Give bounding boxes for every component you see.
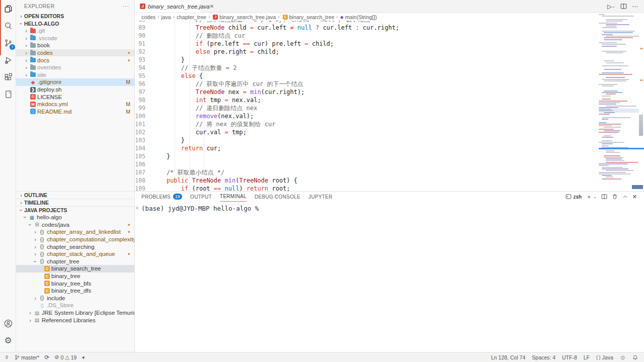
code-line-106[interactable]: 106 [135,160,599,168]
breadcrumb-item[interactable]: ◆main(String[]) [340,14,377,20]
workspace-root-header[interactable]: › HELLO-ALGO [16,20,134,27]
split-terminal-icon[interactable] [601,194,607,200]
tree-item--gitignore[interactable]: ◆.gitignoreM [16,78,134,86]
code-line-104[interactable]: 104 return cur; [135,144,599,152]
tree-item-chapter-computational-complexity[interactable]: ›{}chapter_computational_complexity● [16,236,134,243]
code-line-103[interactable]: 103 } [135,136,599,144]
tree-item-site[interactable]: ›site [16,71,134,79]
shell-selector[interactable]: zsh [566,194,582,200]
panel-tab-jupyter[interactable]: JUPYTER [308,192,333,202]
code-line-100[interactable]: 100 remove(nex.val); [135,112,599,120]
minimap[interactable] [599,14,639,191]
new-terminal-icon[interactable]: ＋⌄ [586,193,597,201]
eol-setting[interactable]: LF [584,354,590,360]
tree-item-chapter-array-and-linkedlist[interactable]: ›{}chapter_array_and_linkedlist● [16,228,134,236]
tree-item-mkdocs-yml[interactable]: Mmkdocs.ymlM [16,101,134,108]
account-icon[interactable] [0,315,16,332]
open-editors-header[interactable]: › OPEN EDITORS [16,12,134,20]
run-button[interactable]: ▷⌄ [607,3,615,10]
breadcrumb-item[interactable]: chapter_tree [177,14,206,20]
remote-indicator[interactable] [4,354,10,360]
tree-item-binary-search-tree[interactable]: Cbinary_search_tree [16,265,134,273]
outline-header[interactable]: › OUTLINE [16,191,134,199]
tree-item-hello-algo[interactable]: ›▦hello-algo [16,214,134,221]
code-line-97[interactable]: 97 TreeNode nex = min(cur.right); [135,88,599,96]
code-area[interactable]: 88 // 当子结点数量 = 0 / 1 时， child = null / 该… [135,21,599,191]
tree-item--git[interactable]: ›.git [16,27,134,35]
language-mode[interactable]: { } Java [596,354,613,360]
tree-item-binary-tree[interactable]: Cbinary_tree [16,273,134,280]
timeline-header[interactable]: › TIMELINE [16,199,134,206]
panel-tab-terminal[interactable]: TERMINAL [220,192,247,202]
explorer-icon[interactable] [0,0,16,17]
java-projects-header[interactable]: › JAVA PROJECTS [16,206,134,214]
notebook-icon[interactable] [0,85,16,103]
code-line-95[interactable]: 95 else { [135,72,599,80]
breadcrumb-item[interactable]: Jbinary_search_tree.java [212,14,276,20]
source-control-icon[interactable]: 7 [0,34,16,51]
settings-gear-icon[interactable]: ⚙ [0,332,16,349]
cursor-position[interactable]: Ln 128, Col 74 [491,354,525,360]
tree-item-codes-java[interactable]: ›⊞codes/java● [16,221,134,229]
kill-terminal-icon[interactable] [612,194,618,200]
tree-item-chapter-searching[interactable]: ›{}chapter_searching [16,243,134,250]
tab-close-icon[interactable]: ✕ [210,4,214,9]
indentation-setting[interactable]: Spaces: 4 [532,354,555,360]
panel-tab-debug-console[interactable]: DEBUG CONSOLE [255,192,300,202]
tree-item-book[interactable]: ›book [16,42,134,49]
notifications-bell-icon[interactable] [632,354,638,360]
breadcrumb-item[interactable]: codes [141,14,155,20]
code-line-90[interactable]: 90 // 删除结点 cur [135,32,599,40]
tree-item-codes[interactable]: ›codes● [16,49,134,57]
tree-item-binary-tree-dfs[interactable]: Cbinary_tree_dfs [16,287,134,295]
run-debug-icon[interactable] [0,51,16,68]
code-line-99[interactable]: 99 // 递归删除结点 nex [135,104,599,112]
code-line-91[interactable]: 91 if (pre.left == cur) pre.left = child… [135,40,599,48]
feedback-smiley-icon[interactable]: ☺ [620,354,626,361]
tree-item-chapter-tree[interactable]: ›{}chapter_tree [16,258,134,265]
tree-item-license[interactable]: ©LICENSE [16,93,134,101]
code-line-93[interactable]: 93 } [135,56,599,64]
tree-item-binary-tree-bfs[interactable]: Cbinary_tree_bfs [16,280,134,287]
explorer-actions-icon[interactable]: ··· [123,3,130,9]
breadcrumb-item[interactable]: Cbinary_search_tree [282,14,335,20]
search-icon[interactable] [0,17,16,34]
tree-item-docs[interactable]: ›docs● [16,56,134,64]
problems-summary[interactable]: ⊘ 0 △ 19 [54,354,76,360]
code-line-89[interactable]: 89 TreeNode child = cur.left ≠ null ? cu… [135,24,599,32]
split-editor-icon[interactable] [620,3,627,10]
more-actions-icon[interactable]: ⋯ [632,3,638,10]
tree-item-overrides[interactable]: ›overrides [16,64,134,71]
close-panel-icon[interactable]: ✕ [632,194,637,200]
code-line-108[interactable]: 108 public TreeNode min(TreeNode root) { [135,176,599,185]
code-line-107[interactable]: 107 /* 获取最小结点 */ [135,168,599,176]
terminal-command-decoration[interactable] [136,207,138,209]
tree-item-deploy-sh[interactable]: ❯deploy.sh [16,86,134,94]
breadcrumb-item[interactable]: java [161,14,171,20]
tree-item-chapter-stack-and-queue[interactable]: ›{}chapter_stack_and_queue● [16,250,134,258]
tree-item-include[interactable]: ›{}include [16,295,134,302]
code-line-96[interactable]: 96 // 获取中序遍历中 cur 的下一个结点 [135,80,599,88]
encoding-setting[interactable]: UTF-8 [562,354,577,360]
panel-tab-problems[interactable]: PROBLEMS19 [141,192,182,202]
code-line-98[interactable]: 98 int tmp = nex.val; [135,96,599,104]
code-line-102[interactable]: 102 cur.val = tmp; [135,128,599,136]
sync-icon[interactable]: ⟳ [44,354,49,361]
code-line-105[interactable]: 105 } [135,152,599,160]
tab-binary-search-tree[interactable]: J binary_search_tree.java ✕ [135,0,201,13]
code-line-94[interactable]: 94 // 子结点数量 = 2 [135,64,599,72]
tree-item--vscode[interactable]: ›.vscode [16,35,134,42]
code-line-101[interactable]: 101 // 将 nex 的值复制给 cur [135,120,599,128]
terminal-prompt[interactable]: (base) jyd@JYD-MBP hello-algo % [141,205,259,212]
tree-item-readme-md[interactable]: ↓README.mdM [16,108,134,116]
code-line-109[interactable]: 109 if (root == null) return root; [135,185,599,191]
tree-item-referenced-libraries[interactable]: ›▤Referenced Libraries [16,316,134,324]
maximize-panel-icon[interactable] [622,194,628,200]
panel-tab-output[interactable]: OUTPUT [190,192,212,202]
launch-icon[interactable]: ➤ [80,354,87,360]
git-branch-item[interactable]: master* [15,354,39,360]
code-line-92[interactable]: 92 else pre.right = child; [135,48,599,56]
extensions-icon[interactable] [0,68,16,85]
tree-item-jre-system-library-eclipse-temurin-17-17-[interactable]: ›▤JRE System Library [Eclipse Temurin 17… [16,309,134,317]
tree-item--ds-store[interactable]: ▯.DS_Store [16,302,134,309]
